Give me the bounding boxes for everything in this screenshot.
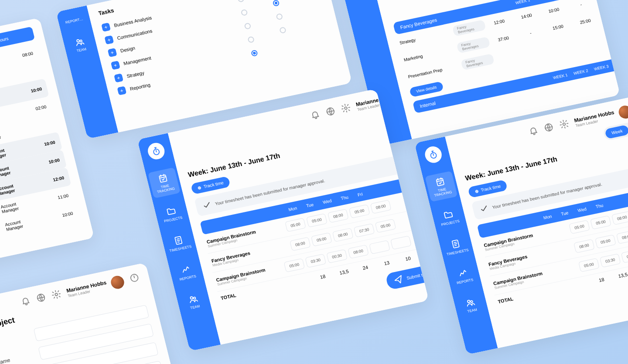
day-total: 13,5 — [334, 267, 354, 276]
sidebar-item-label: TEAM — [190, 304, 200, 310]
track-time-button[interactable]: ⊕ Track time — [191, 176, 231, 194]
hours-cell[interactable]: 08:00 — [332, 228, 354, 242]
hours-cell[interactable]: 05:00 — [590, 215, 611, 229]
plus-icon: ⊕ — [197, 185, 201, 190]
settings-button[interactable] — [558, 118, 570, 131]
task-name: Strategy — [126, 70, 145, 78]
client-chip: Fancy Beverages — [452, 19, 486, 36]
hours-cell[interactable]: 08:00 — [290, 237, 311, 251]
bell-icon — [309, 109, 321, 120]
language-button[interactable] — [543, 122, 555, 135]
notifications-button[interactable] — [527, 125, 539, 138]
task-name: Design — [120, 45, 136, 53]
gear-icon — [50, 289, 62, 300]
hours-cell[interactable]: 08:00 — [370, 200, 392, 214]
hours-cell[interactable]: 03:30 — [305, 253, 326, 267]
add-task-button[interactable]: + — [114, 73, 123, 82]
sidebar-item-timesheets[interactable]: TIMESHEETS — [163, 229, 195, 256]
sidebar-item-label: PROJECTS — [164, 215, 183, 223]
check-icon — [201, 200, 213, 211]
radio-button[interactable] — [273, 0, 280, 7]
hours-cell[interactable]: 00:30 — [326, 249, 348, 263]
sidebar-item-label: TIME TRACKING — [153, 182, 178, 194]
sidebar-item-label: TEAM — [467, 307, 478, 313]
hours-cell[interactable] — [369, 240, 390, 254]
time-tracking-icon — [434, 176, 446, 187]
sidebar-item-time-tracking[interactable]: TIME TRACKING — [425, 170, 457, 201]
add-task-button[interactable]: + — [101, 22, 111, 31]
sidebar-item-label: REPORTS — [179, 274, 197, 282]
hours-cell[interactable]: 03:30 — [600, 253, 621, 267]
sidebar-item-time-tracking[interactable]: TIME TRACKING — [148, 167, 181, 198]
day-total: 13 — [377, 258, 397, 267]
stopwatch-icon — [150, 145, 162, 156]
hours-cell[interactable] — [390, 235, 412, 249]
client-chip: Fancy Beverages — [461, 53, 495, 70]
sidebar-item-team[interactable]: TEAM — [178, 288, 210, 315]
settings-button[interactable] — [340, 102, 352, 116]
sidebar-item-team[interactable]: TEAM — [455, 291, 487, 318]
sidebar-item-projects[interactable]: PROJECTS — [156, 200, 188, 227]
hours-cell[interactable]: 05:00 — [578, 258, 600, 272]
hours-cell[interactable]: 05:00 — [283, 258, 305, 272]
sidebar-item-reports[interactable]: REPORTS — [171, 259, 202, 286]
hours-cell[interactable]: 08:00 — [616, 230, 628, 244]
notifications-button[interactable] — [20, 295, 32, 308]
app-logo[interactable] — [423, 145, 443, 164]
logout-button[interactable] — [129, 272, 141, 285]
hours-cell[interactable]: 08:00 — [611, 211, 628, 225]
hours-cell[interactable]: 08:00 — [573, 239, 595, 253]
hours-cell[interactable]: 05:00 — [349, 204, 370, 218]
day-header: Tue — [306, 202, 314, 208]
sidebar-item-team[interactable]: TEAM — [64, 31, 96, 58]
radio-button[interactable] — [237, 0, 245, 2]
reports-icon — [457, 267, 469, 279]
hours-cell[interactable]: 05:00 — [375, 218, 396, 232]
hours-cell[interactable]: 08:00 — [328, 208, 349, 222]
language-button[interactable] — [324, 105, 337, 119]
language-button[interactable] — [35, 292, 47, 305]
task-name: Management — [123, 55, 152, 66]
hours-cell[interactable]: 05:00 — [311, 232, 332, 246]
row-total: 31 — [405, 195, 426, 204]
sidebar-item-label: TIMESHEETS — [446, 248, 469, 256]
add-task-button[interactable]: + — [108, 48, 117, 57]
hours-cell[interactable]: 05:00 — [595, 234, 616, 248]
track-time-button[interactable]: ⊕ Track time — [468, 179, 508, 198]
hours-cell[interactable]: 05:00 — [285, 218, 306, 231]
gear-icon — [558, 118, 570, 129]
reports-icon — [180, 264, 192, 275]
plus-icon: ⊕ — [474, 188, 479, 194]
hours-cell[interactable]: 00:30 — [621, 249, 628, 263]
hours-cell[interactable]: 05:00 — [306, 213, 328, 227]
notifications-button[interactable] — [309, 109, 321, 122]
timesheets-icon — [173, 235, 184, 246]
settings-button[interactable] — [50, 289, 62, 302]
client-chip: Fancy Beverages — [456, 36, 491, 53]
timesheets-icon — [450, 238, 461, 249]
sidebar-item-reports[interactable]: REPORT… — [60, 13, 89, 29]
sidebar-item-label: REPORTS — [456, 278, 474, 285]
sidebar-item-label: PROJECTS — [441, 219, 460, 227]
bell-icon — [527, 125, 539, 136]
task-name: Reporting — [129, 82, 151, 92]
hours-cell[interactable]: 08:00 — [348, 245, 369, 259]
hours-cell[interactable]: 05:00 — [569, 220, 590, 234]
globe-icon — [35, 292, 47, 303]
app-logo[interactable] — [146, 141, 166, 161]
row-total: 38,5 — [409, 214, 429, 223]
time-tracking-icon — [157, 172, 169, 184]
sidebar-item-timesheets[interactable]: TIMESHEETS — [440, 233, 472, 260]
add-task-button[interactable]: + — [104, 35, 114, 44]
sidebar-item-reports[interactable]: REPORTS — [448, 262, 480, 289]
hours-cell[interactable]: 07:30 — [354, 223, 375, 237]
field-label: Client — [0, 334, 27, 351]
column-header: Hours — [0, 31, 29, 43]
toggle-week[interactable]: Week — [604, 124, 628, 139]
day-total: 13,5 — [613, 271, 628, 280]
sidebar-item-projects[interactable]: PROJECTS — [433, 204, 465, 231]
add-task-button[interactable]: + — [117, 86, 126, 95]
gear-icon — [340, 102, 352, 114]
add-task-button[interactable]: + — [111, 61, 120, 70]
avatar — [618, 104, 628, 119]
